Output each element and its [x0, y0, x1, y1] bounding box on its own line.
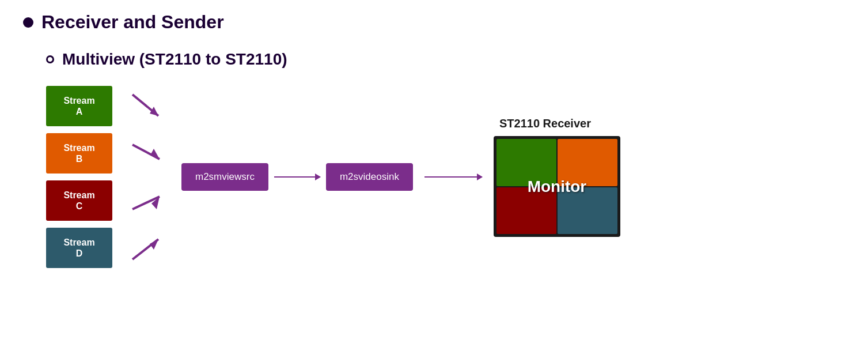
svg-marker-7 — [150, 239, 158, 250]
stream-box-d: StreamD — [46, 228, 112, 268]
arrows-column — [130, 86, 164, 268]
bullet-icon — [23, 17, 33, 28]
monitor-label: ST2110 Receiver — [499, 117, 591, 130]
sub-heading-text: Multiview (ST2110 to ST2110) — [62, 50, 287, 69]
main-heading-text: Receiver and Sender — [41, 12, 224, 33]
main-heading: Receiver and Sender — [23, 12, 845, 33]
stream-box-b: StreamB — [46, 133, 112, 174]
monitor-section: ST2110 Receiver Monitor — [494, 117, 620, 237]
monitor-text: Monitor — [528, 178, 587, 196]
arrow-a — [130, 86, 164, 126]
sink-box: m2svideosink — [326, 163, 413, 191]
arrow-d — [130, 228, 164, 268]
final-arrow — [424, 176, 482, 178]
streams-column: StreamA StreamB StreamC StreamD — [46, 86, 112, 268]
stream-box-a: StreamA — [46, 86, 112, 126]
sub-bullet-icon — [46, 55, 54, 63]
source-box: m2smviewsrc — [181, 163, 268, 191]
monitor-screen: Monitor — [494, 136, 620, 237]
pipeline-section: m2smviewsrc m2svideosink — [181, 163, 413, 191]
arrow-b — [130, 133, 164, 174]
sub-heading: Multiview (ST2110 to ST2110) — [46, 50, 845, 69]
arrow-c — [130, 180, 164, 221]
diagram: StreamA StreamB StreamC StreamD — [46, 86, 845, 268]
pipeline-arrow — [274, 176, 320, 178]
stream-box-c: StreamC — [46, 180, 112, 221]
